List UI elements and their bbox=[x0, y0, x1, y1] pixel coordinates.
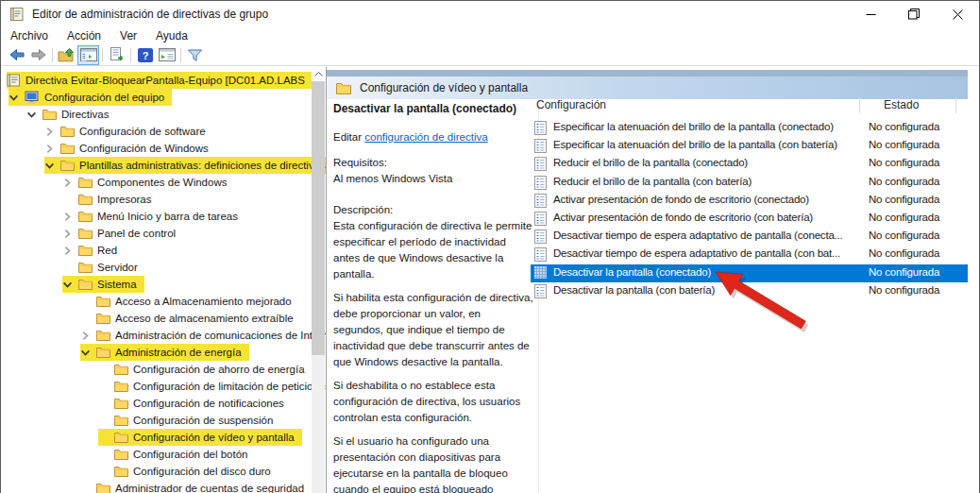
policy-setting-icon bbox=[534, 230, 547, 244]
tree-item-label: Configuración de suspensión bbox=[133, 412, 273, 429]
folder-icon bbox=[60, 143, 75, 154]
chevron-down-icon[interactable] bbox=[26, 110, 42, 120]
tree-item[interactable]: Administración de energía bbox=[1, 344, 313, 361]
setting-name: Desactivar la pantalla (conectado) bbox=[553, 266, 711, 278]
folder-icon bbox=[78, 194, 93, 205]
chevron-right-icon[interactable] bbox=[62, 178, 78, 188]
tree-item-label: Acceso a Almacenamiento mejorado bbox=[115, 293, 292, 310]
list-item-selected[interactable]: Desactivar la pantalla (conectado)No con… bbox=[531, 264, 968, 282]
tree-item[interactable]: Panel de control bbox=[1, 225, 313, 242]
chevron-right-icon[interactable] bbox=[62, 246, 78, 256]
tree-item[interactable]: Configuración de suspensión bbox=[1, 412, 313, 429]
list-item[interactable]: Reducir el brillo de la pantalla (con ba… bbox=[531, 174, 968, 192]
back-button[interactable] bbox=[6, 45, 27, 65]
menu-item[interactable]: Acción bbox=[58, 29, 110, 42]
tree-item[interactable]: Acceso a Almacenamiento mejorado bbox=[1, 293, 313, 310]
setting-name: Activar presentación de fondo de escrito… bbox=[553, 212, 813, 223]
chevron-down-icon[interactable] bbox=[62, 280, 78, 290]
tree-item[interactable]: Configuración de notificaciones bbox=[1, 395, 313, 412]
show-console-tree-button[interactable] bbox=[77, 45, 99, 65]
chevron-down-icon[interactable] bbox=[44, 161, 60, 171]
up-one-level-button[interactable] bbox=[56, 45, 77, 65]
tree-item[interactable]: Configuración de software bbox=[1, 123, 313, 140]
list-item[interactable]: Desactivar tiempo de espera adaptativo d… bbox=[531, 228, 968, 246]
list-item[interactable]: Activar presentación de fondo de escrito… bbox=[531, 210, 968, 228]
folder-icon bbox=[114, 381, 128, 392]
minimize-button[interactable] bbox=[849, 1, 892, 27]
tree-item[interactable]: Menú Inicio y barra de tareas bbox=[1, 208, 313, 225]
chevron-down-icon[interactable] bbox=[80, 348, 96, 358]
tree-item[interactable]: Administrador de cuentas de seguridad bbox=[1, 480, 313, 493]
chevron-right-icon[interactable] bbox=[80, 331, 96, 341]
pane-title: Configuración de vídeo y pantalla bbox=[360, 81, 528, 94]
tree-item[interactable]: Impresoras bbox=[1, 191, 313, 208]
chevron-down-icon[interactable] bbox=[8, 93, 25, 103]
setting-state: No configurada bbox=[869, 194, 939, 205]
help-button[interactable]: ? bbox=[134, 45, 156, 65]
tree-item[interactable]: Directivas bbox=[1, 106, 313, 123]
menu-item[interactable]: Archivo bbox=[1, 29, 58, 42]
edit-prefix: Editar bbox=[333, 131, 362, 143]
tree-item[interactable]: Sistema bbox=[1, 276, 313, 293]
edit-policy-link[interactable]: configuración de directiva bbox=[364, 131, 487, 143]
chevron-right-icon[interactable] bbox=[62, 229, 78, 239]
restore-button[interactable] bbox=[892, 1, 936, 27]
column-header-configuracion[interactable]: Configuración bbox=[536, 98, 606, 111]
tree-item[interactable]: Administración de comunicaciones de Inte… bbox=[1, 327, 313, 344]
list-item[interactable]: Reducir el brillo de la pantalla (conect… bbox=[531, 155, 968, 173]
scrollbar-thumb[interactable] bbox=[312, 81, 325, 355]
toolbar-separator bbox=[180, 48, 181, 62]
folder-icon bbox=[114, 466, 128, 477]
column-separator[interactable] bbox=[955, 97, 956, 113]
tree-item[interactable]: Configuración de ahorro de energía bbox=[1, 361, 313, 378]
tree-item-label: Configuración de vídeo y pantalla bbox=[133, 429, 295, 446]
setting-state: No configurada bbox=[869, 139, 939, 150]
close-button[interactable] bbox=[936, 1, 979, 27]
tree-item[interactable]: Directiva Evitar-BloquearPantalla-Equipo… bbox=[1, 72, 313, 89]
tree-item-label: Configuración de software bbox=[79, 123, 206, 140]
tree-item[interactable]: Configuración del disco duro bbox=[1, 463, 313, 480]
policy-setting-icon bbox=[534, 176, 547, 190]
column-header-estado[interactable]: Estado bbox=[884, 98, 919, 111]
menu-item[interactable]: Ver bbox=[110, 29, 146, 42]
tree-scrollbar[interactable] bbox=[312, 67, 325, 493]
policy-setting-icon bbox=[534, 266, 547, 279]
tree-item[interactable]: Configuración de Windows bbox=[1, 140, 313, 157]
export-list-button[interactable] bbox=[106, 45, 127, 65]
list-item[interactable]: Especificar la atenuación del brillo de … bbox=[531, 119, 968, 137]
setting-name: Reducir el brillo de la pantalla (con ba… bbox=[553, 176, 752, 187]
tree-item[interactable]: Configuración de limitación de peticione… bbox=[1, 378, 313, 395]
tree-item[interactable]: Configuración del equipo bbox=[1, 89, 313, 106]
column-separator[interactable] bbox=[859, 97, 860, 113]
tree-item[interactable]: Configuración de vídeo y pantalla bbox=[1, 429, 313, 446]
tree-item[interactable]: Red bbox=[1, 242, 313, 259]
tree-item[interactable]: Componentes de Windows bbox=[1, 174, 313, 191]
menu-item[interactable]: Ayuda bbox=[146, 29, 197, 42]
folder-icon bbox=[114, 415, 128, 426]
menu-bar: ArchivoAcciónVerAyuda bbox=[1, 27, 979, 44]
setting-name: Especificar la atenuación del brillo de … bbox=[553, 139, 837, 150]
folder-icon bbox=[96, 313, 110, 324]
chevron-right-icon[interactable] bbox=[44, 127, 60, 137]
tree-item[interactable]: Servidor bbox=[1, 259, 313, 276]
policy-setting-icon bbox=[534, 247, 547, 262]
filter-button[interactable] bbox=[184, 45, 206, 65]
list-item[interactable]: Desactivar tiempo de espera adaptativo d… bbox=[531, 246, 968, 264]
setting-name: Desactivar tiempo de espera adaptativo d… bbox=[553, 230, 843, 241]
setting-state: No configurada bbox=[869, 266, 939, 278]
tree-item[interactable]: Acceso de almacenamiento extraíble bbox=[1, 310, 313, 327]
forward-button[interactable] bbox=[27, 45, 49, 65]
chevron-right-icon[interactable] bbox=[62, 212, 78, 222]
list-item[interactable]: Especificar la atenuación del brillo de … bbox=[531, 137, 968, 155]
tree-item[interactable]: Configuración del botón bbox=[1, 446, 313, 463]
chevron-right-icon[interactable] bbox=[44, 144, 60, 154]
setting-state: No configurada bbox=[869, 284, 939, 296]
show-window-button[interactable] bbox=[156, 45, 177, 65]
tree-item[interactable]: Plantillas administrativas: definiciones… bbox=[1, 157, 313, 174]
folder-icon bbox=[78, 211, 93, 222]
list-item[interactable]: Desactivar la pantalla (con batería)No c… bbox=[531, 282, 968, 300]
list-item[interactable]: Activar presentación de fondo de escrito… bbox=[531, 192, 968, 210]
folder-icon bbox=[96, 330, 110, 341]
tree-item-label: Configuración del disco duro bbox=[133, 463, 271, 480]
scrollbar-up-icon[interactable] bbox=[312, 67, 325, 81]
